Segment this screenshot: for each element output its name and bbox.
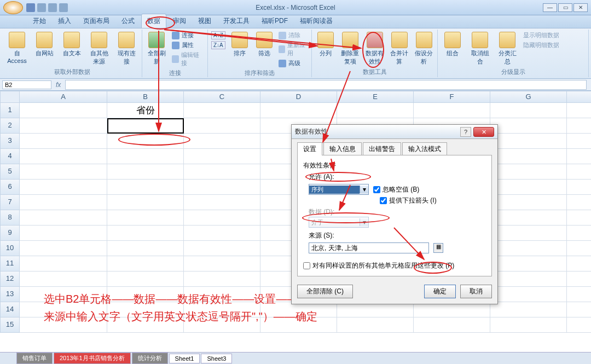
cell[interactable] [107,256,184,271]
dialog-close-button[interactable]: ✕ [473,127,494,137]
office-button[interactable] [3,1,23,14]
cell[interactable] [107,180,184,195]
row-11[interactable]: 11 [0,256,20,271]
hide-detail-button[interactable]: 隐藏明细数据 [522,41,560,50]
dialog-tab-settings[interactable]: 设置 [297,142,322,155]
clear-button[interactable]: 清除 [277,31,309,40]
cell-A1[interactable] [20,103,107,118]
cell-F1[interactable] [414,103,490,118]
row-14[interactable]: 14 [0,302,20,317]
dialog-tab-ime[interactable]: 输入法模式 [402,142,447,155]
ungroup-button[interactable]: 取消组合 [467,31,493,67]
sheet-tab-4[interactable]: Sheet1 [169,354,200,363]
dialog-tab-error[interactable]: 出错警告 [363,142,401,155]
properties-button[interactable]: 属性 [171,41,205,50]
cell-A2[interactable] [20,118,107,134]
cell[interactable] [20,134,107,149]
col-C[interactable]: C [184,91,260,103]
cell[interactable] [184,149,260,164]
cell-C1[interactable] [184,103,260,118]
apply-all-checkbox[interactable]: 对有同样设置的所有其他单元格应用这些更改 (P) [303,261,486,270]
dialog-tab-input[interactable]: 输入信息 [323,142,362,155]
col-H[interactable]: H [567,91,591,103]
cell[interactable] [490,287,567,302]
cell-H1[interactable] [567,103,591,118]
cell[interactable] [20,164,107,180]
edit-links-button[interactable]: 编辑链接 [171,50,205,68]
tab-review[interactable]: 审阅 [167,14,192,28]
cell[interactable] [490,256,567,271]
cell[interactable] [184,241,260,256]
cell[interactable] [20,226,107,241]
cell[interactable] [490,317,567,333]
cell-B1[interactable]: 省份 [107,103,184,118]
group-button[interactable]: 组合 [440,31,465,59]
cell[interactable] [567,241,591,256]
cell[interactable] [567,287,591,302]
cell[interactable] [414,302,490,317]
tab-foxit-reader[interactable]: 福昕阅读器 [294,14,338,28]
cell[interactable] [20,256,107,271]
cell[interactable] [107,241,184,256]
cell[interactable] [184,210,260,226]
tab-data[interactable]: 数据 [141,14,166,28]
cell[interactable] [107,164,184,180]
col-B[interactable]: B [107,91,184,103]
source-input[interactable]: 北京, 天津, 上海 [309,242,429,253]
filter-button[interactable]: 筛选 [253,31,276,59]
cell[interactable] [567,210,591,226]
row-15[interactable]: 15 [0,317,20,333]
cell[interactable] [107,226,184,241]
undo-icon[interactable] [37,3,46,12]
connections-button[interactable]: 连接 [171,31,205,40]
reapply-button[interactable]: 重新应用 [277,41,309,58]
formula-bar[interactable] [65,80,587,90]
from-web-button[interactable]: 自网站 [32,31,57,59]
cell[interactable] [184,164,260,180]
cell[interactable] [490,149,567,164]
tab-foxit-pdf[interactable]: 福昕PDF [256,14,293,28]
row-2[interactable]: 2 [0,118,20,134]
row-10[interactable]: 10 [0,241,20,256]
dialog-titlebar[interactable]: 数据有效性 ? ✕ [292,125,497,139]
row-8[interactable]: 8 [0,210,20,226]
tab-layout[interactable]: 页面布局 [78,14,115,28]
cell[interactable] [567,302,591,317]
cell[interactable] [184,134,260,149]
col-E[interactable]: E [337,91,414,103]
select-all-corner[interactable] [0,91,20,103]
refresh-all-button[interactable]: 全部刷新 [144,31,169,67]
cell[interactable] [107,149,184,164]
whatif-button[interactable]: 假设分析 [413,31,435,67]
cell[interactable] [107,195,184,210]
row-12[interactable]: 12 [0,271,20,287]
sort-desc-button[interactable]: Z↓A [210,41,227,50]
dropdown-checkbox[interactable]: 提供下拉箭头 (I) [380,196,437,205]
redo-icon[interactable] [48,3,57,12]
sheet-tab-3[interactable]: 统计分析 [132,353,168,364]
text-to-cols-button[interactable]: 分列 [314,31,337,59]
row-9[interactable]: 9 [0,226,20,241]
cell[interactable] [567,164,591,180]
cell[interactable] [20,149,107,164]
existing-conn-button[interactable]: 现有连接 [114,31,139,67]
advanced-button[interactable]: 高级 [277,59,309,68]
remove-dup-button[interactable]: 删除重复项 [339,31,361,67]
cell[interactable] [567,317,591,333]
show-detail-button[interactable]: 显示明细数据 [522,31,560,40]
cell-G1[interactable] [490,103,567,118]
col-G[interactable]: G [490,91,567,103]
subtotal-button[interactable]: 分类汇总 [495,31,520,67]
cell[interactable] [567,226,591,241]
sort-asc-button[interactable]: A↓Z [210,31,227,40]
row-7[interactable]: 7 [0,195,20,210]
cell[interactable] [567,180,591,195]
ok-button[interactable]: 确定 [424,285,456,298]
save-icon[interactable] [26,3,35,12]
cell[interactable] [567,256,591,271]
ignore-blank-checkbox[interactable]: 忽略空值 (B) [373,185,419,194]
col-D[interactable]: D [260,91,337,103]
cell[interactable] [490,195,567,210]
col-F[interactable]: F [414,91,490,103]
dialog-help-button[interactable]: ? [460,127,471,137]
